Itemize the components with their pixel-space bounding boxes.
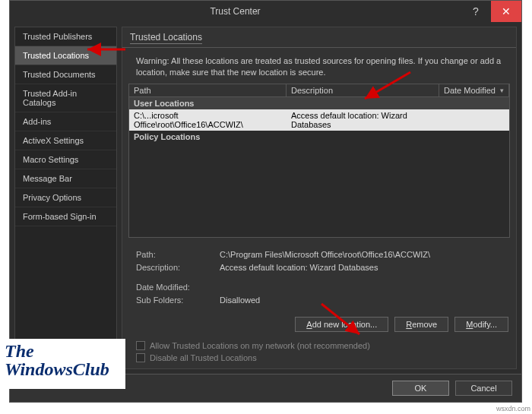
source-watermark: wsxdn.com [496, 405, 530, 412]
detail-date-label: Date Modified: [136, 281, 220, 295]
titlebar-buttons: ? ✕ [461, 1, 521, 22]
column-date-modified[interactable]: Date Modified [439, 84, 509, 96]
sidebar-item-form-based-signin[interactable]: Form-based Sign-in [15, 207, 116, 226]
sidebar-item-trusted-addin-catalogs[interactable]: Trusted Add-in Catalogs [15, 84, 116, 112]
locations-list[interactable] [128, 143, 510, 238]
allow-network-label: Allow Trusted Locations on my network (n… [150, 341, 370, 350]
cancel-button[interactable]: Cancel [455, 381, 512, 396]
section-heading: Trusted Locations [122, 27, 516, 48]
content-area: Trusted Publishers Trusted Locations Tru… [10, 22, 521, 374]
ok-button[interactable]: OK [392, 381, 449, 396]
titlebar: Trust Center ? ✕ [10, 1, 521, 22]
sidebar-item-privacy-options[interactable]: Privacy Options [15, 188, 116, 207]
row-path: C:\...icrosoft Office\root\Office16\ACCW… [129, 109, 287, 131]
row-description: Access default location: Wizard Database… [287, 109, 439, 131]
add-new-location-button[interactable]: Add new location... [295, 317, 388, 332]
details-panel: Path:C:\Program Files\Microsoft Office\r… [122, 242, 516, 314]
table-header: Path Description Date Modified [128, 84, 510, 97]
sidebar: Trusted Publishers Trusted Locations Tru… [14, 27, 117, 369]
help-button[interactable]: ? [461, 1, 491, 22]
close-button[interactable]: ✕ [491, 1, 521, 22]
checkbox-icon[interactable] [136, 353, 145, 362]
sidebar-item-activex-settings[interactable]: ActiveX Settings [15, 131, 116, 150]
sidebar-item-addins[interactable]: Add-ins [15, 112, 116, 131]
sidebar-item-trusted-documents[interactable]: Trusted Documents [15, 65, 116, 84]
detail-subfolders-label: Sub Folders: [136, 294, 220, 308]
detail-path-label: Path: [136, 248, 220, 262]
detail-subfolders-value: Disallowed [220, 294, 260, 308]
checkbox-icon[interactable] [136, 341, 145, 350]
warning-text: Warning: All these locations are treated… [122, 48, 516, 84]
group-user-locations: User Locations [128, 97, 510, 109]
watermark-logo: The WindowsClub [0, 339, 125, 389]
column-description[interactable]: Description [287, 84, 439, 96]
sidebar-item-message-bar[interactable]: Message Bar [15, 169, 116, 188]
sidebar-item-macro-settings[interactable]: Macro Settings [15, 150, 116, 169]
disable-all-label: Disable all Trusted Locations [150, 353, 257, 362]
group-policy-locations: Policy Locations [128, 131, 510, 143]
main-panel: Trusted Locations Warning: All these loc… [122, 27, 517, 369]
sidebar-item-trusted-publishers[interactable]: Trusted Publishers [15, 27, 116, 46]
detail-desc-label: Description: [136, 261, 220, 275]
modify-button[interactable]: Modify... [454, 317, 508, 332]
column-path[interactable]: Path [129, 84, 287, 96]
detail-desc-value: Access default location: Wizard Database… [220, 261, 378, 275]
allow-network-checkbox-row[interactable]: Allow Trusted Locations on my network (n… [122, 340, 516, 352]
remove-button[interactable]: Remove [394, 317, 448, 332]
sidebar-item-trusted-locations[interactable]: Trusted Locations [15, 46, 116, 65]
disable-all-checkbox-row[interactable]: Disable all Trusted Locations [122, 352, 516, 368]
detail-path-value: C:\Program Files\Microsoft Office\root\O… [220, 248, 430, 262]
location-buttons: Add new location... Remove Modify... [122, 314, 516, 340]
row-date [439, 109, 509, 131]
window-title: Trust Center [10, 6, 461, 17]
table-row[interactable]: C:\...icrosoft Office\root\Office16\ACCW… [128, 109, 510, 131]
